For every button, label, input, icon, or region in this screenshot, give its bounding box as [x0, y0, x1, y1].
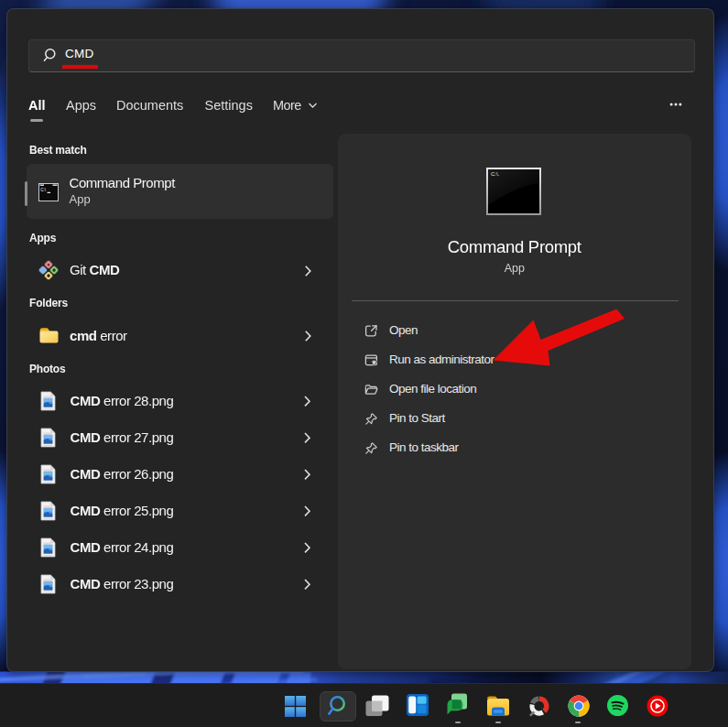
svg-text:C:\.: C:\.: [491, 171, 500, 177]
